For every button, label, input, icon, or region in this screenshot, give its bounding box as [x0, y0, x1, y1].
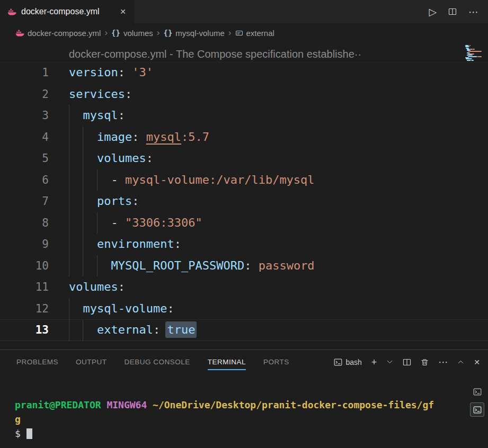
line-number[interactable]: 9: [0, 234, 49, 255]
terminal-instance-icon[interactable]: [470, 384, 484, 399]
code-area[interactable]: 1version: '3'2services:3 mysql:4 image: …: [0, 62, 488, 341]
breadcrumb-item-mysql-volume[interactable]: {}mysql-volume: [163, 29, 224, 38]
panel-tab-terminal[interactable]: TERMINAL: [208, 350, 246, 374]
bottom-panel: PROBLEMSOUTPUTDEBUG CONSOLETERMINALPORTS…: [0, 350, 488, 448]
terminal-prompt-char: $: [15, 428, 21, 439]
minimap[interactable]: [465, 45, 482, 61]
breadcrumb-item-volumes[interactable]: {}volumes: [111, 29, 153, 38]
editor-more-actions-icon[interactable]: ⋯: [465, 5, 482, 19]
prompt-user-host: pranit@PREDATOR: [15, 399, 107, 410]
indent-guide: [69, 191, 69, 212]
code-text: version: '3': [69, 62, 488, 84]
panel-tab-problems[interactable]: PROBLEMS: [16, 350, 58, 374]
indent-guide: [69, 319, 69, 341]
indent-guide: [83, 127, 83, 148]
indent-guide: [83, 148, 83, 169]
code-line-6[interactable]: 6 - mysql-volume:/var/lib/mysql: [0, 169, 488, 191]
line-number[interactable]: 6: [0, 169, 49, 191]
line-number[interactable]: 7: [0, 191, 49, 212]
code-line-4[interactable]: 4 image: mysql:5.7: [0, 127, 488, 148]
terminal-profile-chevron-down-icon[interactable]: [384, 357, 396, 367]
panel-actions: bash + ⋯ ✕: [331, 356, 483, 369]
indent-guide: [69, 105, 69, 127]
breadcrumb-label: docker-compose.yml: [28, 29, 101, 38]
indent-guide: [69, 255, 69, 277]
code-line-5[interactable]: 5 volumes:: [0, 148, 488, 169]
breadcrumb: docker-compose.yml›{}volumes›{}mysql-vol…: [0, 23, 488, 42]
panel-header: PROBLEMSOUTPUTDEBUG CONSOLETERMINALPORTS…: [0, 350, 488, 374]
line-number[interactable]: 4: [0, 127, 49, 148]
code-text: volumes:: [69, 148, 488, 169]
whale-icon: [15, 29, 24, 38]
kill-terminal-trash-icon[interactable]: [418, 356, 431, 368]
terminal-input-line[interactable]: $: [15, 426, 488, 441]
code-text: environment:: [69, 234, 488, 255]
line-number[interactable]: 3: [0, 105, 49, 127]
tab-docker-compose-yml[interactable]: docker-compose.yml ✕: [0, 0, 135, 23]
code-line-2[interactable]: 2services:: [0, 84, 488, 105]
code-line-13[interactable]: 13 external: true: [0, 319, 488, 341]
panel-more-actions-icon[interactable]: ⋯: [436, 356, 450, 369]
indent-guide: [83, 234, 83, 255]
code-text: volumes:: [69, 276, 488, 298]
breadcrumb-label: external: [246, 29, 274, 38]
terminal-instance-icon-active[interactable]: [470, 402, 484, 417]
indent-guide: [69, 169, 69, 191]
terminal[interactable]: pranit@PREDATOR MINGW64 ~/OneDrive/Deskt…: [0, 374, 488, 448]
breadcrumb-separator: ›: [228, 28, 232, 38]
line-number[interactable]: 13: [0, 319, 49, 341]
terminal-icon: [334, 358, 342, 366]
panel-tabs: PROBLEMSOUTPUTDEBUG CONSOLETERMINALPORTS: [16, 350, 307, 374]
maximize-panel-chevron-up-icon[interactable]: [455, 357, 467, 367]
terminal-tabs-rail: [470, 384, 484, 417]
code-text: mysql-volume:: [69, 298, 488, 320]
breadcrumb-item-external[interactable]: external: [235, 29, 274, 38]
indent-guide: [83, 191, 83, 212]
breadcrumb-item-docker-compose-yml[interactable]: docker-compose.yml: [15, 29, 101, 38]
editor-tab-bar: docker-compose.yml ✕ ▷ ⋯: [0, 0, 488, 23]
code-line-12[interactable]: 12 mysql-volume:: [0, 298, 488, 320]
panel-tab-ports[interactable]: PORTS: [263, 350, 289, 374]
panel-tab-output[interactable]: OUTPUT: [76, 350, 107, 374]
editor-actions: ▷ ⋯: [425, 0, 488, 23]
code-line-9[interactable]: 9 environment:: [0, 234, 488, 255]
shell-label: bash: [345, 358, 361, 366]
code-line-1[interactable]: 1version: '3': [0, 62, 488, 84]
line-number[interactable]: 5: [0, 148, 49, 169]
symbol-icon: [235, 29, 243, 37]
run-button[interactable]: ▷: [425, 5, 440, 19]
indent-guide: [69, 212, 69, 234]
line-number[interactable]: 11: [0, 276, 49, 298]
breadcrumb-separator: ›: [157, 28, 160, 38]
tab-title: docker-compose.yml: [21, 7, 100, 16]
code-line-10[interactable]: 10 MYSQL_ROOT_PASSWORD: password: [0, 255, 488, 277]
breadcrumb-label: volumes: [123, 29, 153, 38]
code-text: external: true: [69, 319, 488, 341]
line-number[interactable]: 12: [0, 298, 49, 320]
indent-guide: [83, 212, 83, 234]
terminal-output: pranit@PREDATOR MINGW64 ~/OneDrive/Deskt…: [15, 398, 436, 426]
code-line-11[interactable]: 11volumes:: [0, 276, 488, 298]
code-line-7[interactable]: 7 ports:: [0, 191, 488, 212]
terminal-cursor: [26, 428, 32, 439]
editor[interactable]: docker-compose.yml - The Compose specifi…: [0, 42, 488, 350]
tab-close-icon[interactable]: ✕: [118, 6, 128, 17]
shell-selector[interactable]: bash: [331, 356, 364, 368]
indent-guide: [97, 255, 97, 277]
close-panel-icon[interactable]: ✕: [471, 356, 483, 368]
split-terminal-icon[interactable]: [400, 356, 414, 368]
indent-guide: [69, 298, 69, 320]
code-line-8[interactable]: 8 - "3306:3306": [0, 212, 488, 234]
line-number[interactable]: 10: [0, 255, 49, 277]
braces-icon: {}: [111, 29, 120, 37]
line-number[interactable]: 2: [0, 84, 49, 105]
code-text: - "3306:3306": [69, 212, 488, 234]
panel-tab-debug-console[interactable]: DEBUG CONSOLE: [125, 350, 190, 374]
indent-guide: [69, 234, 69, 255]
split-editor-icon[interactable]: [445, 6, 460, 17]
line-number[interactable]: 8: [0, 212, 49, 234]
line-number[interactable]: 1: [0, 62, 49, 84]
code-line-3[interactable]: 3 mysql:: [0, 105, 488, 127]
indent-guide: [83, 255, 83, 277]
new-terminal-button[interactable]: +: [369, 356, 380, 369]
